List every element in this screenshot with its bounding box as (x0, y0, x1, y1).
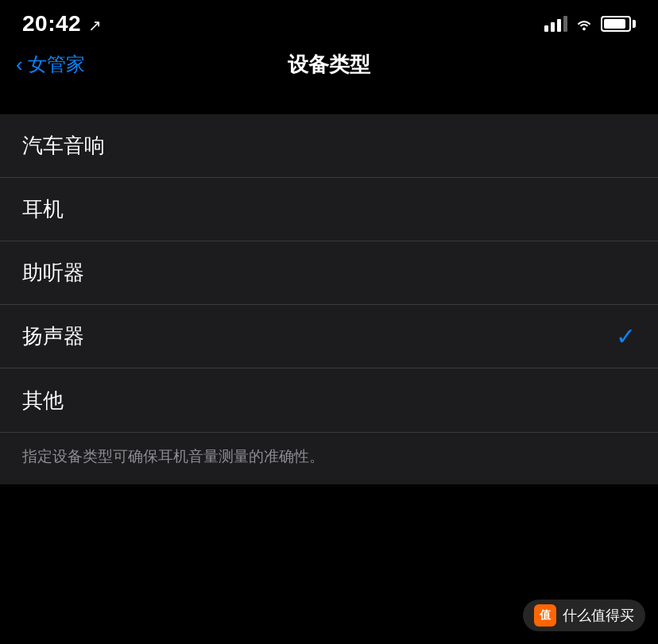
battery-icon (601, 16, 636, 32)
list-item-car-speaker[interactable]: 汽车音响 (0, 114, 658, 178)
svg-point-0 (583, 28, 586, 31)
back-label: 女管家 (28, 52, 85, 77)
status-time: 20:42 (22, 11, 81, 36)
device-type-list: 汽车音响耳机助听器扬声器✓其他 (0, 114, 658, 432)
watermark-text: 什么值得买 (563, 606, 634, 625)
back-button[interactable]: ‹ 女管家 (16, 52, 85, 77)
footer-note-text: 指定设备类型可确保耳机音量测量的准确性。 (22, 448, 324, 465)
list-item-label-headphones: 耳机 (22, 195, 64, 223)
list-item-label-hearing-aid: 助听器 (22, 259, 84, 287)
back-chevron-icon: ‹ (16, 54, 23, 75)
list-item-label-speaker: 扬声器 (22, 322, 84, 350)
list-item-other[interactable]: 其他 (0, 368, 658, 432)
status-time-area: 20:42 ↗ (22, 11, 102, 37)
watermark: 值 什么值得买 (523, 600, 645, 631)
status-icons (544, 16, 636, 32)
list-item-headphones[interactable]: 耳机 (0, 178, 658, 241)
list-item-hearing-aid[interactable]: 助听器 (0, 241, 658, 305)
checkmark-icon-speaker: ✓ (616, 322, 636, 350)
list-item-label-car-speaker: 汽车音响 (22, 132, 105, 160)
list-item-speaker[interactable]: 扬声器✓ (0, 305, 658, 368)
list-item-label-other: 其他 (22, 387, 64, 415)
status-bar: 20:42 ↗ (0, 0, 658, 43)
wifi-icon (575, 17, 593, 31)
nav-bar: ‹ 女管家 设备类型 (0, 43, 658, 91)
location-icon: ↗ (88, 16, 102, 35)
section-gap (0, 91, 658, 114)
footer-note: 指定设备类型可确保耳机音量测量的准确性。 (0, 432, 658, 484)
nav-title: 设备类型 (288, 51, 370, 79)
signal-icon (544, 16, 567, 32)
watermark-icon: 值 (534, 604, 556, 627)
